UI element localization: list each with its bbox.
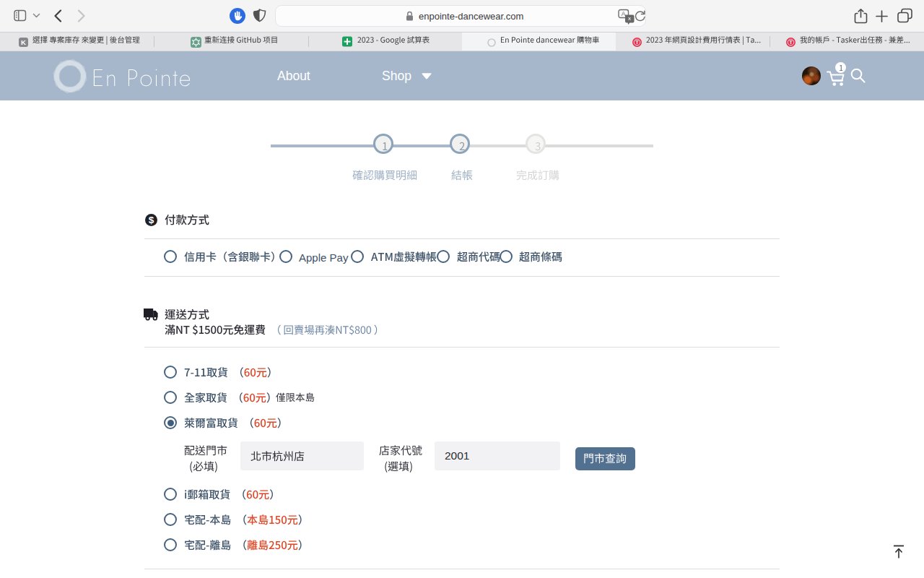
svg-text:A: A: [622, 10, 626, 17]
svg-text:T: T: [635, 39, 639, 46]
svg-text:K: K: [21, 38, 26, 46]
svg-text:$: $: [149, 215, 154, 225]
svg-text:T: T: [789, 39, 793, 46]
svg-text:x: x: [628, 15, 631, 22]
